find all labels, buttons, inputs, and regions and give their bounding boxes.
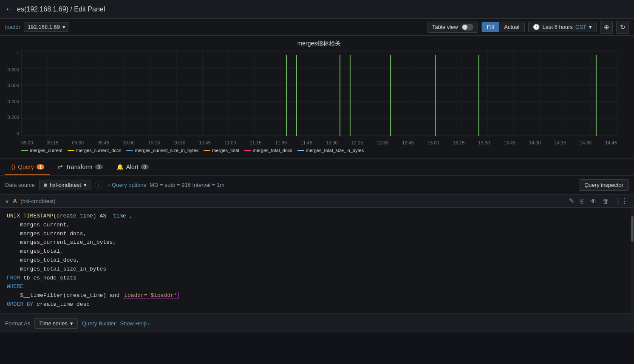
query-letter: A: [13, 198, 17, 204]
top-bar: ← es(192.168.1.69) / Edit Panel: [0, 0, 634, 19]
datasource-dropdown-icon: ▾: [84, 182, 87, 188]
query-editor-header: ∨ A (hxl-cmdbtest) ✎ ⎘ 👁 🗑 ⋮⋮: [0, 195, 634, 208]
zoom-icon: ⊕: [604, 23, 609, 31]
fill-button[interactable]: Fill: [482, 22, 499, 32]
variable-bar: ipaddr 192.168.1.69 ▾ Table view Fill Ac…: [0, 19, 634, 36]
edit-query-button[interactable]: ✎: [568, 197, 576, 205]
query-options-button[interactable]: › Query options: [108, 182, 146, 188]
code-line-11: ORDER BY create_time desc: [7, 300, 627, 309]
legend-item-merges-total-size[interactable]: merges_total_size_in_bytes: [297, 148, 364, 153]
query-tab-label: Query: [18, 164, 34, 170]
back-button[interactable]: ←: [5, 5, 13, 14]
format-as-label: Format As: [5, 320, 30, 327]
ipaddr-value: 192.168.1.69: [28, 24, 60, 30]
show-help-button[interactable]: Show Help ›: [120, 320, 150, 327]
chart-svg: [21, 51, 617, 136]
code-line-9: WHERE: [7, 282, 627, 291]
actual-button[interactable]: Actual: [499, 22, 524, 32]
alert-tab-badge: 0: [141, 164, 148, 169]
zoom-button[interactable]: ⊕: [600, 21, 613, 34]
chart-canvas: 1 0.800 0.600 0.400 0.200 0: [21, 51, 617, 136]
bottom-toolbar: Format As Time series ▾ Query Builder Sh…: [0, 314, 634, 333]
query-options-meta: MD = auto = 916 Interval = 1m: [150, 182, 224, 188]
query-tab-badge: 1: [37, 164, 44, 169]
editor-scrollbar[interactable]: [631, 208, 634, 313]
code-line-10: $__timeFilter(create_time) and ipaddr='$…: [7, 291, 627, 300]
format-value: Time series: [39, 320, 68, 327]
datasource-dot: [44, 183, 47, 187]
tab-transform[interactable]: ⇄ Transform 0: [52, 160, 108, 175]
datasource-select[interactable]: hxl-cmdbtest ▾: [39, 180, 91, 190]
legend-item-merges-current-size[interactable]: merges_current_size_in_bytes: [126, 148, 198, 153]
chart-legend: merges_current merges_current_docs merge…: [21, 148, 617, 153]
ipaddr-dropdown-icon: ▾: [62, 24, 65, 30]
time-zone-label: CST: [575, 24, 586, 30]
query-inspector-button[interactable]: Query inspector: [579, 179, 629, 191]
query-builder-button[interactable]: Query Builder: [82, 320, 116, 327]
query-datasource-name: (hxl-cmdbtest): [20, 198, 55, 204]
code-line-6: merges_total_docs,: [7, 256, 627, 265]
query-tabs: ⟨⟩ Query 1 ⇄ Transform 0 🔔 Alert 0: [0, 159, 634, 176]
code-line-4: merges_current_size_in_bytes,: [7, 238, 627, 247]
tab-alert[interactable]: 🔔 Alert 0: [110, 160, 155, 175]
toggle-switch[interactable]: [461, 24, 473, 31]
query-editor-container: ∨ A (hxl-cmdbtest) ✎ ⎘ 👁 🗑 ⋮⋮ UNIX_TIMES…: [0, 195, 634, 314]
transform-tab-icon: ⇄: [58, 164, 63, 170]
time-range-picker[interactable]: 🕐 Last 6 hours CST ▾: [528, 22, 597, 32]
transform-tab-badge: 0: [95, 164, 103, 169]
code-line-3: merges_current_docs,: [7, 230, 627, 239]
query-options-caret-icon: ›: [108, 182, 110, 188]
code-line-5: merges_total,: [7, 247, 627, 256]
table-view-toggle[interactable]: Table view: [427, 22, 478, 33]
code-editor[interactable]: UNIX_TIMESTAMP(create_time) AS time , me…: [0, 208, 634, 313]
query-tab-icon: ⟨⟩: [11, 164, 15, 170]
ipaddr-label: ipaddr: [5, 24, 20, 30]
datasource-label: Data source: [5, 182, 35, 188]
alert-tab-label: Alert: [126, 164, 139, 170]
editor-actions: ✎ ⎘ 👁 🗑 ⋮⋮: [568, 197, 629, 205]
tab-query[interactable]: ⟨⟩ Query 1: [5, 160, 50, 175]
code-line-7: merges_total_size_in_bytes: [7, 265, 627, 274]
chart-title: merges指标相关: [21, 40, 617, 48]
code-line-1: UNIX_TIMESTAMP(create_time) AS time ,: [7, 212, 627, 221]
scrollbar-thumb[interactable]: [631, 216, 634, 242]
refresh-button[interactable]: ↻: [616, 21, 629, 34]
fill-actual-selector: Fill Actual: [481, 22, 525, 32]
more-options-button[interactable]: ⋮⋮: [614, 197, 629, 205]
chart-container: merges指标相关 1 0.800 0.600 0.400 0.200 0: [0, 36, 634, 159]
clock-icon: 🕐: [533, 24, 540, 30]
x-axis: 09:00 09:15 09:30 09:45 10:00 10:15 10:3…: [21, 140, 617, 145]
legend-item-merges-total[interactable]: merges_total: [204, 148, 239, 153]
toggle-visibility-button[interactable]: 👁: [589, 197, 598, 205]
ipaddr-select[interactable]: 192.168.1.69 ▾: [24, 22, 69, 32]
legend-item-merges-total-docs[interactable]: merges_total_docs: [244, 148, 292, 153]
delete-query-button[interactable]: 🗑: [601, 197, 610, 205]
datasource-info-button[interactable]: i: [95, 181, 103, 189]
transform-tab-label: Transform: [65, 164, 92, 170]
format-as-select[interactable]: Time series ▾: [34, 318, 78, 329]
show-help-label: Show Help: [120, 320, 147, 327]
refresh-icon: ↻: [620, 23, 626, 31]
code-line-8: FROM tb_es_node_stats: [7, 274, 627, 283]
collapse-button[interactable]: ∨: [5, 198, 9, 204]
panel-title: es(192.168.1.69) / Edit Panel: [17, 6, 105, 13]
format-caret-icon: ▾: [70, 320, 73, 327]
time-range-label: Last 6 hours: [542, 24, 573, 30]
table-view-label: Table view: [432, 24, 458, 30]
datasource-name: hxl-cmdbtest: [50, 182, 81, 188]
time-range-caret-icon: ▾: [589, 24, 592, 30]
copy-query-button[interactable]: ⎘: [579, 197, 586, 205]
datasource-row: Data source hxl-cmdbtest ▾ i › Query opt…: [0, 176, 634, 195]
query-options-label: Query options: [112, 182, 146, 188]
alert-tab-icon: 🔔: [116, 164, 124, 170]
show-help-caret-icon: ›: [148, 320, 150, 327]
code-line-2: merges_current,: [7, 221, 627, 230]
y-axis: 1 0.800 0.600 0.400 0.200 0: [2, 51, 19, 136]
legend-item-merges-current[interactable]: merges_current: [21, 148, 62, 153]
legend-item-merges-current-docs[interactable]: merges_current_docs: [68, 148, 121, 153]
